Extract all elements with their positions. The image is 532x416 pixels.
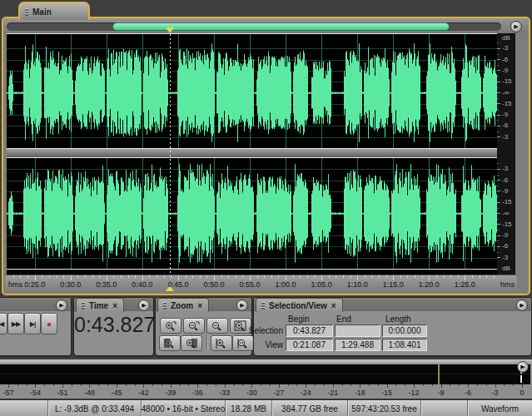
db-scale-label: -15 bbox=[502, 100, 512, 107]
ruler-tick bbox=[365, 275, 365, 278]
record-button[interactable]: ● bbox=[41, 313, 57, 334]
selection-length-field[interactable]: 0:00.000 bbox=[382, 324, 427, 337]
ruler-tick bbox=[13, 275, 14, 278]
level-meters-panel[interactable]: ▶ -57-54-51-48-45-42-39-36-33-30-27-24-2… bbox=[0, 359, 532, 399]
fast-forward-button[interactable]: ▶▶ bbox=[7, 313, 24, 334]
meter-scale-tick bbox=[44, 384, 45, 386]
panel-menu-button[interactable]: ▶ bbox=[510, 21, 522, 32]
ruler-tick bbox=[329, 275, 330, 278]
view-end-field[interactable]: 1:29.488 bbox=[335, 339, 380, 351]
ruler-time-label: 1:00.0 bbox=[276, 280, 296, 289]
timeline-ruler[interactable]: 0:25.00:30.00:35.00:40.00:45.00:50.00:55… bbox=[5, 275, 517, 291]
horizontal-scrollbar[interactable] bbox=[7, 22, 501, 31]
ruler-tick bbox=[379, 275, 380, 278]
meter-scale-label: -33 bbox=[219, 389, 230, 397]
amplitude-scale[interactable]: dBdB-3-6-9-15-∞-15-9-6-3-3-6-9-15-∞-15-9… bbox=[497, 33, 515, 275]
db-scale-tick bbox=[497, 115, 500, 116]
db-scale-tick bbox=[497, 48, 500, 49]
meter-scale-tick bbox=[180, 384, 181, 386]
meter-scale-tick bbox=[27, 384, 27, 386]
meter-scale-tick bbox=[405, 384, 405, 386]
db-scale-tick bbox=[497, 59, 500, 60]
selection-panel-header: Selection/View × ▶ bbox=[254, 298, 531, 311]
go-to-end-button[interactable]: ▶| bbox=[24, 313, 41, 334]
status-bar: L: -9.3dB @ 0:33.494 48000 • 16-bit • St… bbox=[0, 399, 532, 416]
selection-end-field[interactable] bbox=[335, 324, 380, 337]
zoom-in-horizontal-button[interactable] bbox=[160, 318, 181, 334]
tab-time[interactable]: Time × bbox=[76, 298, 124, 312]
panel-menu-button[interactable]: ▶ bbox=[236, 300, 248, 311]
db-scale-tick bbox=[497, 230, 499, 230]
db-scale-label: -6 bbox=[502, 176, 508, 184]
panel-menu-button[interactable]: ▶ bbox=[517, 361, 529, 373]
ruler-time-label: 0:50.0 bbox=[203, 280, 224, 289]
ruler-tick bbox=[186, 275, 186, 278]
meter-scale-label: -57 bbox=[2, 389, 13, 397]
time-panel: Time × ▶ 0:43.827 bbox=[73, 297, 154, 356]
zoom-in-left-edge-button[interactable] bbox=[159, 335, 181, 351]
ruler-tick bbox=[99, 275, 100, 278]
db-scale-tick bbox=[497, 87, 499, 88]
ruler-time-label: 1:25.0 bbox=[455, 280, 475, 289]
zoom-in-right-edge-button[interactable] bbox=[181, 335, 202, 351]
meter-scale-label: -48 bbox=[84, 389, 95, 397]
meter-scale-tick bbox=[225, 384, 226, 388]
zoom-out-horizontal-button[interactable] bbox=[183, 318, 205, 334]
tab-zoom-label: Zoom bbox=[171, 301, 193, 310]
zoom-in-vertical-button[interactable] bbox=[211, 335, 232, 351]
db-scale-label: -3 bbox=[502, 44, 508, 52]
tab-main[interactable]: Main bbox=[18, 2, 90, 20]
transport-panel-header: ▶ bbox=[0, 298, 71, 311]
scrollbar-thumb[interactable] bbox=[112, 22, 450, 31]
ruler-tick bbox=[371, 275, 372, 278]
ruler-tick bbox=[472, 275, 473, 278]
status-file-size: 18.28 MB bbox=[225, 400, 271, 416]
meter-db-scale: -57-54-51-48-45-42-39-36-33-30-27-24-21-… bbox=[0, 384, 532, 399]
panel-menu-button[interactable]: ▶ bbox=[138, 300, 150, 311]
meter-scale-tick bbox=[81, 384, 82, 386]
panel-menu-button[interactable]: ▶ bbox=[56, 300, 67, 311]
db-scale-label: -9 bbox=[502, 231, 508, 239]
close-icon[interactable]: × bbox=[197, 302, 202, 310]
zoom-out-full-button[interactable] bbox=[206, 318, 228, 334]
meter-scale-tick bbox=[351, 384, 351, 386]
application-window: Main ▶ dBdB-3-6-9-15-∞-15-9-6-3-3-6-9-15… bbox=[0, 0, 532, 416]
close-icon[interactable]: × bbox=[331, 302, 336, 310]
status-empty bbox=[0, 400, 47, 416]
db-scale-tick bbox=[497, 42, 499, 43]
db-scale-tick bbox=[497, 109, 499, 110]
tab-zoom[interactable]: Zoom × bbox=[157, 298, 209, 312]
ruler-unit-label: hms bbox=[500, 280, 515, 289]
meter-scale-tick bbox=[162, 384, 162, 386]
db-scale-tick bbox=[497, 257, 500, 258]
view-length-field[interactable]: 1:08.401 bbox=[382, 339, 427, 351]
db-scale-label: -3 bbox=[502, 254, 508, 261]
meter-scale-tick bbox=[17, 384, 18, 386]
db-scale-tick bbox=[497, 213, 500, 214]
main-editor-panel: ▶ dBdB-3-6-9-15-∞-15-9-6-3-3-6-9-15-∞-15… bbox=[2, 17, 530, 295]
ruler-time-label: 1:20.0 bbox=[419, 280, 440, 289]
ruler-tick bbox=[458, 275, 459, 278]
meter-scale-label: -42 bbox=[138, 389, 149, 397]
tab-selection-view[interactable]: Selection/View × bbox=[256, 298, 343, 312]
meter-scale-tick bbox=[62, 384, 63, 388]
ruler-tick bbox=[242, 275, 243, 278]
waveform-display[interactable] bbox=[7, 33, 497, 275]
rewind-button[interactable]: ◀◀ bbox=[0, 313, 7, 334]
db-scale-tick bbox=[497, 191, 500, 191]
tab-grip-icon bbox=[163, 302, 167, 310]
close-icon[interactable]: × bbox=[112, 302, 117, 310]
ruler-tick bbox=[149, 275, 150, 278]
panel-menu-button[interactable]: ▶ bbox=[516, 300, 528, 311]
zoom-out-full-icon bbox=[211, 320, 224, 332]
zoom-in-horizontal-icon bbox=[164, 320, 177, 332]
level-meter-bars[interactable] bbox=[0, 364, 530, 384]
ruler-tick bbox=[63, 275, 64, 278]
ruler-tick bbox=[128, 275, 129, 278]
playhead-marker-top[interactable] bbox=[166, 27, 174, 33]
selection-begin-field[interactable]: 0:43.827 bbox=[286, 324, 333, 337]
view-begin-field[interactable]: 0:21.087 bbox=[286, 339, 333, 351]
ruler-tick bbox=[20, 275, 21, 278]
ruler-time-label: 0:25.0 bbox=[24, 280, 45, 289]
db-scale-label: -∞ bbox=[502, 89, 509, 97]
